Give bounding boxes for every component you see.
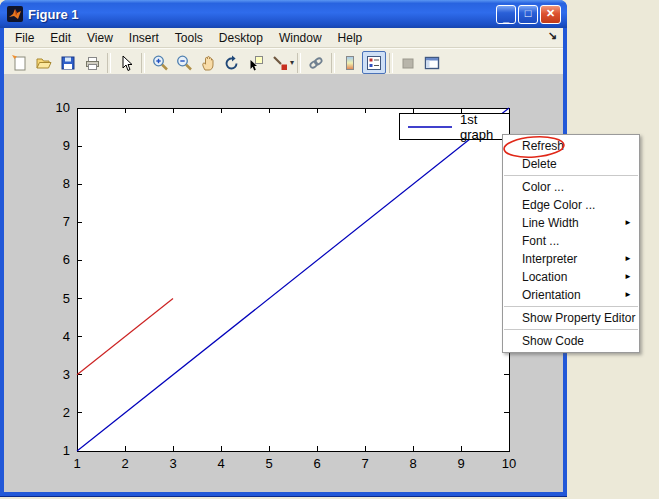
zoom-out-icon xyxy=(175,54,193,72)
context-menu-item-refresh[interactable]: Refresh xyxy=(503,137,639,155)
dock-figure-arrow-icon[interactable]: ↘ xyxy=(548,29,557,42)
zoom-in-icon xyxy=(151,54,169,72)
context-menu-item-show-property-editor[interactable]: Show Property Editor xyxy=(503,309,639,327)
context-menu-item-show-code[interactable]: Show Code xyxy=(503,332,639,350)
screen: ▼ dence_stc\GUI_ ack: Base ▼ f Figure xyxy=(0,0,659,499)
menu-help[interactable]: Help xyxy=(330,29,371,47)
legend-box[interactable]: 1st graph xyxy=(399,113,510,140)
legend-context-menu: RefreshDeleteColor ...Edge Color ...Line… xyxy=(502,134,640,353)
pan-hand-icon xyxy=(199,54,217,72)
minimize-button[interactable]: _ xyxy=(496,5,516,24)
save-floppy-icon xyxy=(59,54,77,72)
toolbar-separator xyxy=(389,53,393,73)
brush-icon xyxy=(271,54,289,72)
menu-edit[interactable]: Edit xyxy=(42,29,79,47)
matlab-logo-icon xyxy=(7,6,23,22)
brush-button[interactable] xyxy=(268,51,292,74)
rotate-3d-button[interactable] xyxy=(220,51,244,74)
context-menu-separator xyxy=(504,306,638,307)
menu-bar: FileEditViewInsertToolsDesktopWindowHelp… xyxy=(4,28,563,48)
zoom-out-button[interactable] xyxy=(172,51,196,74)
context-menu-item-color[interactable]: Color ... xyxy=(503,178,639,196)
context-menu-item-delete[interactable]: Delete xyxy=(503,155,639,173)
toolbar-separator xyxy=(107,53,111,73)
menu-view[interactable]: View xyxy=(79,29,121,47)
print-figure-button[interactable] xyxy=(80,51,104,74)
menu-window[interactable]: Window xyxy=(271,29,330,47)
context-menu-item-location[interactable]: Location► xyxy=(503,268,639,286)
data-cursor-button[interactable] xyxy=(244,51,268,74)
data-cursor-icon xyxy=(247,54,265,72)
arrow-cursor-icon xyxy=(117,54,135,72)
toolbar-separator xyxy=(141,53,145,73)
open-file-button[interactable] xyxy=(32,51,56,74)
context-menu-item-line-width[interactable]: Line Width► xyxy=(503,214,639,232)
context-menu-item-edge-color[interactable]: Edge Color ... xyxy=(503,196,639,214)
menu-tools[interactable]: Tools xyxy=(167,29,211,47)
open-folder-icon xyxy=(35,54,53,72)
legend-icon xyxy=(365,54,383,72)
chevron-down-icon[interactable]: ▾ xyxy=(290,58,294,67)
context-menu-item-font[interactable]: Font ... xyxy=(503,232,639,250)
pan-button[interactable] xyxy=(196,51,220,74)
zoom-in-button[interactable] xyxy=(148,51,172,74)
hide-plot-tools-icon xyxy=(399,54,417,72)
hide-plot-tools-button[interactable] xyxy=(396,51,420,74)
context-menu-item-interpreter[interactable]: Interpreter► xyxy=(503,250,639,268)
printer-icon xyxy=(83,54,101,72)
menu-insert[interactable]: Insert xyxy=(121,29,167,47)
new-figure-icon xyxy=(11,54,29,72)
context-menu-separator xyxy=(504,175,638,176)
link-chain-icon xyxy=(307,54,325,72)
rotate-3d-icon xyxy=(223,54,241,72)
toolbar-separator xyxy=(297,53,301,73)
title-bar[interactable]: Figure 1 _ □ ✕ xyxy=(0,0,567,28)
window-title: Figure 1 xyxy=(28,7,79,22)
figure-toolbar: ▾ xyxy=(4,48,563,77)
submenu-arrow-icon: ► xyxy=(624,268,632,286)
submenu-arrow-icon: ► xyxy=(624,286,632,304)
new-figure-button[interactable] xyxy=(8,51,32,74)
save-figure-button[interactable] xyxy=(56,51,80,74)
insert-colorbar-button[interactable] xyxy=(338,51,362,74)
legend-line-sample xyxy=(407,125,453,129)
show-plot-tools-button[interactable] xyxy=(420,51,444,74)
context-menu-separator xyxy=(504,329,638,330)
insert-legend-button[interactable] xyxy=(362,51,386,74)
figure-window: Figure 1 _ □ ✕ FileEditViewInsertToolsDe… xyxy=(0,0,567,496)
submenu-arrow-icon: ► xyxy=(624,214,632,232)
context-menu-item-orientation[interactable]: Orientation► xyxy=(503,286,639,304)
link-plot-button[interactable] xyxy=(304,51,328,74)
edit-plot-button[interactable] xyxy=(114,51,138,74)
toolbar-separator xyxy=(331,53,335,73)
menu-file[interactable]: File xyxy=(7,29,42,47)
submenu-arrow-icon: ► xyxy=(624,250,632,268)
menu-desktop[interactable]: Desktop xyxy=(211,29,271,47)
close-button[interactable]: ✕ xyxy=(540,5,561,24)
colorbar-icon xyxy=(341,54,359,72)
show-plot-tools-icon xyxy=(423,54,441,72)
maximize-button[interactable]: □ xyxy=(518,5,538,24)
